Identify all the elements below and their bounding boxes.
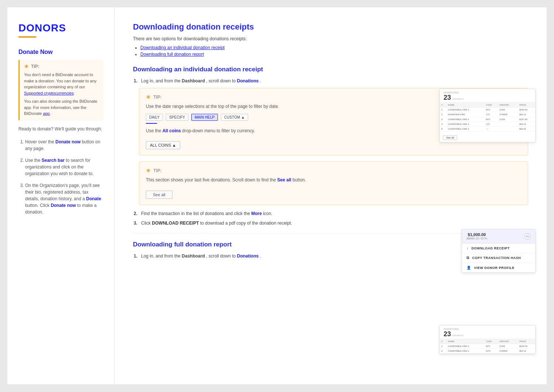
modal-view-donor[interactable]: 👤 VIEW DONOR PROFILE: [462, 263, 535, 272]
main-step-2: 2. Find the transaction in the list of d…: [133, 211, 528, 216]
sc-col-name: NAME: [447, 103, 485, 108]
see-all-btn[interactable]: See all: [146, 191, 172, 199]
tip-icon-date: ☀: [146, 94, 151, 100]
link-item-2: Downloading full donation report: [140, 52, 528, 57]
sc2-col-coin: COIN: [485, 339, 498, 344]
more-icon-link[interactable]: More: [251, 211, 262, 216]
sc-col-coin: COIN: [485, 103, 498, 108]
bitdonate-app-link[interactable]: app: [43, 111, 49, 116]
filter-specify-btn[interactable]: SPECIFY: [166, 114, 188, 121]
sc2-col-name: NAME: [447, 339, 485, 344]
sc-col-price: PRICE: [518, 103, 535, 108]
table-row: 2 DONATION ORG LTC 0.50000 $52.12: [440, 112, 535, 117]
download-receipt-label: DOWNLOAD RECEIPT: [472, 246, 510, 250]
sidebar-tip-box-1: ☀ TIP: You don't need a BitDonate accoun…: [18, 60, 103, 120]
main-step-3: 3. Click DOWNLOAD RECEIPT to download a …: [133, 221, 528, 226]
supported-cryptos-link[interactable]: Supported cryptocurrencies: [24, 91, 74, 95]
sc-header-1: DONATIONS 23 donations: [440, 89, 535, 103]
donate-now-link-1[interactable]: Donate now: [55, 139, 81, 144]
intro-text: There are two options for downloading do…: [133, 36, 528, 41]
sidebar-title-underline: [18, 36, 36, 38]
sc-header-2: DONATIONS 23 donations: [440, 325, 535, 339]
sc-see-all: See all: [440, 132, 535, 142]
sidebar-step-2: Use the Search bar to search for organiz…: [25, 157, 103, 177]
modal-copy-hash[interactable]: ⧉ COPY TRANSACTION HASH: [462, 253, 535, 263]
modal-amount-value: $1,000.00: [466, 232, 487, 237]
donate-button-link[interactable]: Donate: [86, 196, 101, 201]
individual-receipt-link[interactable]: Downloading an individual donation recei…: [140, 45, 225, 50]
filter-daily-btn[interactable]: DAILY: [146, 114, 163, 121]
sidebar-tip-label-1: TIP:: [31, 64, 40, 69]
sidebar-tip-text-2: You can also donate using the BitDonate …: [24, 98, 99, 117]
filter-main-help-btn[interactable]: MAIN HELP: [191, 114, 218, 121]
filter-custom-btn[interactable]: CUSTOM ▲: [221, 114, 248, 121]
links-list: Downloading an individual donation recei…: [133, 45, 528, 57]
tip-scroll: ☀ TIP: This section shows your last five…: [139, 161, 528, 205]
see-all-link[interactable]: See all: [277, 177, 291, 183]
all-coins-btn[interactable]: ALL COINS ▲: [146, 141, 180, 149]
tip-scroll-header: ☀ TIP:: [146, 168, 521, 174]
tip-icon-scroll: ☀: [146, 168, 151, 174]
sidebar-tip-header-1: ☀ TIP:: [24, 64, 99, 69]
sidebar-steps-list: Hover over the Donate now button on any …: [18, 139, 103, 215]
screenshot-donations-table-1: DONATIONS 23 donations # NAME COIN AMOUN…: [440, 89, 536, 142]
table-row: 3 CHARITABLE ORG 1 BTC 0.025 $157.45: [440, 117, 535, 122]
page-container: DONORS Donate Now ☀ TIP: You don't need …: [7, 7, 547, 384]
sc2-col-price: PRICE: [518, 339, 535, 344]
tip-scroll-text: This section shows your last five donati…: [146, 177, 521, 184]
modal-amount-header: $1,000.00 $$980.15 / ETH •••: [462, 229, 535, 243]
sidebar-step-3: On the Organization's page, you'll see t…: [25, 182, 103, 215]
table-row: 1 CHARITABLE ORG 1 BTC 0.025 $245.50: [440, 108, 535, 112]
donor-icon: 👤: [466, 266, 471, 270]
donate-now-link-2[interactable]: Donate now: [51, 203, 76, 208]
filter-underline: [146, 123, 157, 124]
sc-header-label-2: DONATIONS: [444, 328, 464, 330]
download-icon: ↓: [466, 246, 469, 250]
sc-big-num-1: 23: [444, 94, 451, 102]
sc-see-all-btn[interactable]: See all: [443, 135, 457, 140]
sidebar-ready-text: Ready to donate? We'll guide you through…: [18, 126, 103, 133]
section2-donations-link[interactable]: Donations: [237, 253, 259, 259]
sidebar-step-1: Hover over the Donate now button on any …: [25, 139, 103, 152]
modal-amount-sub: $$980.15 / ETH: [466, 237, 487, 240]
page-title: Downloading donation receipts: [133, 22, 528, 32]
copy-icon: ⧉: [466, 256, 469, 260]
sc-col-hash: #: [440, 103, 447, 108]
table-row: 2 CHARITABLE ORG 1 ETH 0.50000 $52.12: [440, 349, 535, 354]
screenshot-modal: $1,000.00 $$980.15 / ETH ••• ↓ DOWNLOAD …: [462, 229, 536, 273]
sc-table-1: # NAME COIN AMOUNT PRICE 1 CHARITABLE OR…: [440, 103, 535, 132]
view-donor-label: VIEW DONOR PROFILE: [474, 266, 515, 270]
sc-big-num-2: 23: [444, 330, 451, 338]
sc2-col-hash: #: [440, 339, 447, 344]
modal-more-dots[interactable]: •••: [524, 233, 531, 240]
table-row: 1 CHARITABLE ORG 1 BTC 0.025 $245.50: [440, 344, 535, 349]
sc-header-label-1: DONATIONS: [444, 91, 464, 94]
full-report-link[interactable]: Downloading full donation report: [140, 52, 204, 57]
sidebar-tip-text-1: You don't need a BitDonate account to ma…: [24, 72, 99, 96]
sc2-col-amount: AMOUNT: [498, 339, 518, 344]
tip-icon-1: ☀: [24, 64, 29, 69]
link-item-1: Downloading an individual donation recei…: [140, 45, 528, 50]
sidebar-title: DONORS: [18, 22, 103, 34]
sidebar-donate-now-title: Donate Now: [18, 49, 103, 55]
sc-subtitle-2: donations: [452, 334, 464, 337]
search-bar-link[interactable]: Search bar: [42, 158, 65, 163]
copy-hash-label: COPY TRANSACTION HASH: [472, 256, 521, 260]
main-step-1: 1. Log in, and from the Dashboard , scro…: [133, 78, 528, 83]
table-row: 5 CHARITABLE ORG 1 — $62.02: [440, 127, 535, 132]
dashboard-donations-link[interactable]: Donations: [237, 78, 259, 83]
sidebar: DONORS Donate Now ☀ TIP: You don't need …: [7, 7, 114, 384]
sc-col-amount: AMOUNT: [498, 103, 518, 108]
section1-title: Downloading an individual donation recei…: [133, 66, 528, 73]
sc-subtitle-1: donations: [452, 98, 464, 100]
sc-table-2: # NAME COIN AMOUNT PRICE 1 CHARITABLE OR…: [440, 339, 535, 354]
table-row: 4 CHARITABLE ORG 1 LTC $52.12: [440, 122, 535, 127]
screenshot-donations-table-2: DONATIONS 23 donations # NAME COIN AMOUN…: [440, 325, 536, 354]
modal-download-receipt[interactable]: ↓ DOWNLOAD RECEIPT: [462, 243, 535, 253]
